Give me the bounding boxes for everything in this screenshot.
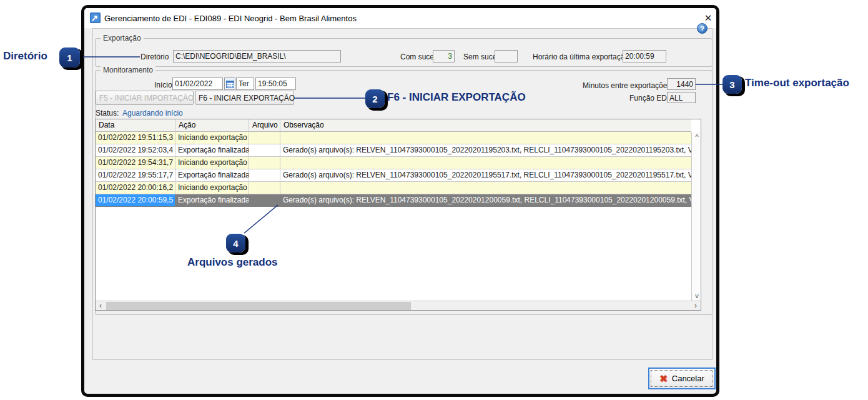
log-table: Data Ação Arquivo Observação 01/02/2022 … <box>95 119 701 311</box>
header-arquivo[interactable]: Arquivo <box>249 119 280 132</box>
cell-data: 01/02/2022 20:00:16,2 <box>96 182 175 194</box>
f5-button-label: F5 - INICIAR IMPORTAÇÃO <box>99 94 194 102</box>
scroll-up-icon[interactable]: ^ <box>692 133 701 141</box>
callout-number: 4 <box>233 238 238 249</box>
cell-observacao <box>280 132 691 144</box>
cell-acao: Exportação finalizada <box>175 169 249 182</box>
help-icon[interactable]: ? <box>697 23 708 34</box>
callout-badge-1: 1 <box>59 48 80 68</box>
cell-observacao <box>280 182 691 194</box>
calendar-button[interactable] <box>224 78 235 90</box>
scroll-right-icon[interactable]: › <box>691 301 701 311</box>
vertical-scrollbar[interactable]: ^ v <box>691 132 701 301</box>
cell-arquivo <box>249 194 280 207</box>
header-acao[interactable]: Ação <box>175 119 249 132</box>
status-value: Aguardando início <box>122 109 183 118</box>
f6-button-label: F6 - INICIAR EXPORTAÇÃO <box>199 94 295 102</box>
cell-observacao: Gerado(s) arquivo(s): RELVEN_11047393000… <box>280 194 691 207</box>
com-sucesso-field[interactable]: 3 <box>433 50 455 62</box>
f6-iniciar-exportacao-button[interactable]: F6 - INICIAR EXPORTAÇÃO <box>195 91 294 105</box>
callout-label-timeout: Time-out exportação <box>745 77 849 89</box>
cell-observacao: Gerado(s) arquivo(s): RELVEN_11047393000… <box>280 144 691 157</box>
callout-number: 2 <box>372 94 377 104</box>
window-title: Gerenciamento de EDI - EDI089 - EDI Neog… <box>104 14 357 23</box>
cell-acao: Iniciando exportação <box>175 132 249 144</box>
cell-acao: Exportação finalizada <box>175 144 249 157</box>
table-row[interactable]: 01/02/2022 19:52:03,4 Exportação finaliz… <box>96 144 691 157</box>
cell-acao: Iniciando exportação <box>175 157 249 169</box>
cell-data: 01/02/2022 19:54:31,7 <box>96 157 175 169</box>
funcao-edi-field[interactable]: ALL <box>667 92 696 103</box>
cell-arquivo <box>249 182 280 194</box>
cell-arquivo <box>249 144 280 157</box>
minutos-field[interactable]: 1440 <box>667 78 696 90</box>
cell-acao: Exportação finalizada <box>175 194 249 207</box>
scrollbar-thumb[interactable] <box>106 302 411 311</box>
title-bar: Gerenciamento de EDI - EDI089 - EDI Neog… <box>84 8 716 28</box>
table-header-row: Data Ação Arquivo Observação <box>96 119 691 132</box>
cell-data: 01/02/2022 19:55:17,7 <box>96 169 175 182</box>
cell-arquivo <box>249 132 280 144</box>
scroll-left-icon[interactable]: ‹ <box>96 301 106 311</box>
callout-badge-4: 4 <box>226 234 245 252</box>
cell-data: 01/02/2022 20:00:59,5 <box>96 194 175 207</box>
app-icon <box>90 12 101 23</box>
callout-number: 1 <box>67 52 72 63</box>
table-row[interactable]: 01/02/2022 19:55:17,7 Exportação finaliz… <box>96 169 691 182</box>
scroll-down-icon[interactable]: v <box>692 292 701 299</box>
callout-badge-3: 3 <box>723 75 742 94</box>
cell-data: 01/02/2022 19:52:03,4 <box>96 144 175 157</box>
group-monitoramento-label: Monitoramento <box>101 66 155 74</box>
horario-field[interactable]: 20:00:59 <box>623 50 666 62</box>
inicio-label: Início <box>154 81 172 89</box>
horario-label: Horário da última exportação <box>533 52 629 61</box>
diretorio-field[interactable]: C:\EDI\NEOGRID\BEM_BRASIL\ <box>173 50 341 62</box>
callout-badge-2: 2 <box>365 89 385 108</box>
edi-dialog-window: Gerenciamento de EDI - EDI089 - EDI Neog… <box>81 5 719 397</box>
callout-number: 3 <box>729 79 734 90</box>
status-label: Status: <box>96 109 119 118</box>
cell-acao: Iniciando exportação <box>175 182 249 194</box>
diretorio-label: Diretório <box>141 52 169 61</box>
table-row-selected[interactable]: 01/02/2022 20:00:59,5 Exportação finaliz… <box>96 194 691 207</box>
cancel-button[interactable]: ✖ Cancelar <box>648 368 716 389</box>
table-row[interactable]: 01/02/2022 19:51:15,3 Iniciando exportaç… <box>96 132 691 144</box>
inicio-date-field[interactable]: 01/02/2022 <box>172 78 223 90</box>
table-row[interactable]: 01/02/2022 19:54:31,7 Iniciando exportaç… <box>96 157 691 169</box>
cancel-x-icon: ✖ <box>659 373 668 384</box>
f5-iniciar-importacao-button[interactable]: F5 - INICIAR IMPORTAÇÃO <box>96 91 194 105</box>
cancel-button-label: Cancelar <box>672 374 704 383</box>
minutos-label: Minutos entre exportações <box>583 81 671 90</box>
table-row[interactable]: 01/02/2022 20:00:16,2 Iniciando exportaç… <box>96 182 691 194</box>
inicio-weekday-field[interactable]: Ter <box>236 78 254 90</box>
callout-label-arquivos: Arquivos gerados <box>187 256 278 269</box>
group-exportacao-label: Exportação <box>101 34 144 42</box>
horizontal-scrollbar[interactable]: ‹ › <box>96 301 701 311</box>
callout-label-diretorio: Diretório <box>3 50 47 62</box>
sem-sucesso-field[interactable] <box>495 50 518 62</box>
cell-data: 01/02/2022 19:51:15,3 <box>96 132 175 144</box>
inicio-time-field[interactable]: 19:50:05 <box>255 78 296 90</box>
header-observacao[interactable]: Observação <box>280 119 691 132</box>
cell-observacao <box>280 157 691 169</box>
calendar-icon <box>226 80 234 88</box>
header-data[interactable]: Data <box>96 119 175 132</box>
callout-label-f6: F6 - INICIAR EXPORTAÇÃO <box>387 91 526 104</box>
cell-arquivo <box>249 169 280 182</box>
cell-arquivo <box>249 157 280 169</box>
cell-observacao: Gerado(s) arquivo(s): RELVEN_11047393000… <box>280 169 691 182</box>
funcao-edi-label: Função EDI <box>629 94 669 102</box>
